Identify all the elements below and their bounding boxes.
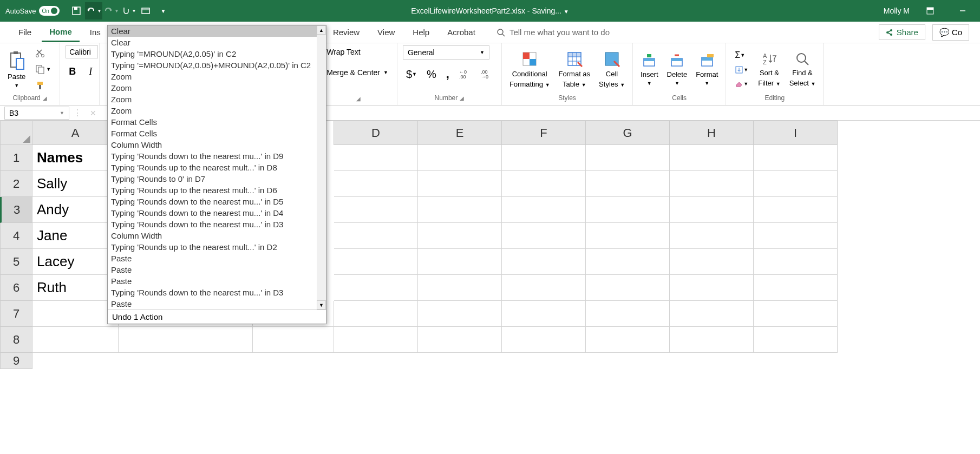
select-all-corner[interactable] [0, 121, 32, 145]
col-header-H[interactable]: H [670, 121, 754, 145]
qat-icon-button[interactable] [137, 2, 154, 19]
save-button[interactable] [68, 2, 85, 19]
cell[interactable] [586, 223, 670, 249]
undo-history-item[interactable]: Zoom [108, 71, 326, 82]
clear-button[interactable]: ▼ [731, 77, 752, 90]
cell[interactable] [418, 327, 502, 353]
cell[interactable] [418, 301, 502, 327]
conditional-formatting-button[interactable]: Conditional Formatting ▼ [507, 48, 552, 90]
percent-format-button[interactable]: % [423, 66, 440, 83]
username-label[interactable]: Molly M [884, 6, 910, 15]
scroll-up-button[interactable]: ▲ [317, 25, 326, 35]
undo-history-item[interactable]: Column Width [108, 230, 326, 241]
cell[interactable] [502, 197, 586, 223]
row-header-3[interactable]: 3 [0, 197, 32, 223]
tab-acrobat[interactable]: Acrobat [440, 23, 483, 41]
undo-history-item[interactable]: Column Width [108, 139, 326, 150]
redo-button[interactable]: ▼ [102, 2, 120, 19]
row-header-8[interactable]: 8 [0, 327, 32, 353]
cell[interactable] [334, 223, 418, 249]
cell[interactable] [502, 327, 586, 353]
touch-mode-button[interactable]: ▼ [120, 2, 137, 19]
cell[interactable] [418, 197, 502, 223]
format-painter-button[interactable] [32, 78, 54, 93]
cell[interactable] [334, 197, 418, 223]
undo-history-item[interactable]: Typing 'Rounds down to the nearest mu...… [108, 196, 326, 207]
wrap-text-button[interactable]: Wrap Text [323, 45, 364, 58]
undo-history-item[interactable]: Typing 'Rounds up to the nearest mult...… [108, 241, 326, 253]
tab-help[interactable]: Help [405, 23, 437, 41]
cell[interactable] [586, 301, 670, 327]
autosum-button[interactable]: Σ ▼ [731, 48, 752, 62]
format-as-table-button[interactable]: Format as Table ▼ [557, 48, 593, 90]
cell[interactable] [670, 301, 754, 327]
undo-history-item[interactable]: Typing 'Rounds down to the nearest mu...… [108, 150, 326, 162]
font-name-selector[interactable]: Calibri [66, 45, 98, 58]
col-header-E[interactable]: E [418, 121, 502, 145]
undo-history-item[interactable]: Paste [108, 264, 326, 275]
merge-center-button[interactable]: Merge & Center ▼ [323, 66, 391, 79]
cell[interactable] [586, 197, 670, 223]
cell-styles-button[interactable]: Cell Styles ▼ [597, 48, 627, 90]
undo-history-item[interactable]: Zoom [108, 94, 326, 105]
qat-customize-button[interactable]: ▼ [154, 2, 172, 19]
insert-cells-button[interactable]: Insert ▼ [638, 51, 661, 88]
undo-history-item[interactable]: Paste [108, 298, 326, 310]
bold-button[interactable]: B [66, 64, 79, 80]
clipboard-dialog-launcher[interactable]: ◢ [43, 95, 47, 101]
cell[interactable] [334, 301, 418, 327]
find-select-button[interactable]: Find & Select ▼ [787, 49, 818, 89]
format-cells-button[interactable]: Format ▼ [694, 51, 720, 88]
cell[interactable] [670, 249, 754, 275]
ribbon-display-button[interactable] [918, 0, 942, 22]
cut-button[interactable] [32, 46, 54, 60]
cell[interactable] [586, 275, 670, 301]
cell[interactable] [502, 223, 586, 249]
undo-history-item[interactable]: Format Cells [108, 128, 326, 139]
cell-A4[interactable]: Jane [32, 223, 119, 249]
cell[interactable] [502, 275, 586, 301]
autosave-toggle[interactable]: AutoSave On [5, 6, 60, 16]
undo-history-item[interactable]: Paste [108, 253, 326, 264]
italic-button[interactable]: I [86, 64, 95, 80]
name-box[interactable]: B3 ▼ [4, 107, 69, 120]
cell[interactable] [502, 249, 586, 275]
undo-history-item[interactable]: Zoom [108, 105, 326, 116]
col-header-G[interactable]: G [586, 121, 670, 145]
cell-A6[interactable]: Ruth [32, 275, 119, 301]
cell[interactable] [32, 301, 119, 327]
cell[interactable] [502, 301, 586, 327]
cell[interactable] [754, 301, 838, 327]
row-header-4[interactable]: 4 [0, 223, 32, 249]
cell[interactable] [754, 197, 838, 223]
tab-review[interactable]: Review [325, 23, 367, 41]
scroll-down-button[interactable]: ▼ [317, 300, 326, 310]
cancel-formula-button[interactable]: ✕ [86, 109, 101, 117]
cell[interactable] [418, 145, 502, 171]
cell[interactable] [754, 275, 838, 301]
undo-history-item[interactable]: Typing '=MROUND(A2,0.05)+MROUND(A2,0.05)… [108, 60, 326, 71]
undo-dropdown-arrow[interactable]: ▼ [97, 9, 101, 14]
minimize-button[interactable] [950, 0, 975, 22]
cell[interactable] [670, 171, 754, 197]
cell[interactable] [119, 327, 253, 353]
undo-history-item[interactable]: Typing 'Rounds down to the nearest mu...… [108, 287, 326, 298]
undo-history-item[interactable]: Typing '=MROUND(A2,0.05)' in C2 [108, 48, 326, 60]
cell[interactable] [670, 327, 754, 353]
cell[interactable] [418, 171, 502, 197]
fill-button[interactable]: ▼ [731, 63, 752, 76]
cell[interactable] [670, 223, 754, 249]
cell[interactable] [334, 327, 418, 353]
row-header-5[interactable]: 5 [0, 249, 32, 275]
alignment-dialog-launcher[interactable]: ◢ [356, 96, 361, 102]
cell[interactable] [502, 171, 586, 197]
cell[interactable] [670, 145, 754, 171]
undo-history-item[interactable]: Typing 'Rounds up to the nearest mult...… [108, 185, 326, 196]
cell[interactable] [418, 223, 502, 249]
undo-history-item[interactable]: Typing 'Rounds to 0' in D7 [108, 173, 326, 185]
delete-cells-button[interactable]: Delete ▼ [665, 51, 690, 88]
share-button[interactable]: Share [879, 24, 925, 40]
undo-button[interactable]: ▼ [85, 2, 102, 19]
increase-decimal-button[interactable]: ←0.00 [456, 67, 474, 82]
cell[interactable] [418, 249, 502, 275]
